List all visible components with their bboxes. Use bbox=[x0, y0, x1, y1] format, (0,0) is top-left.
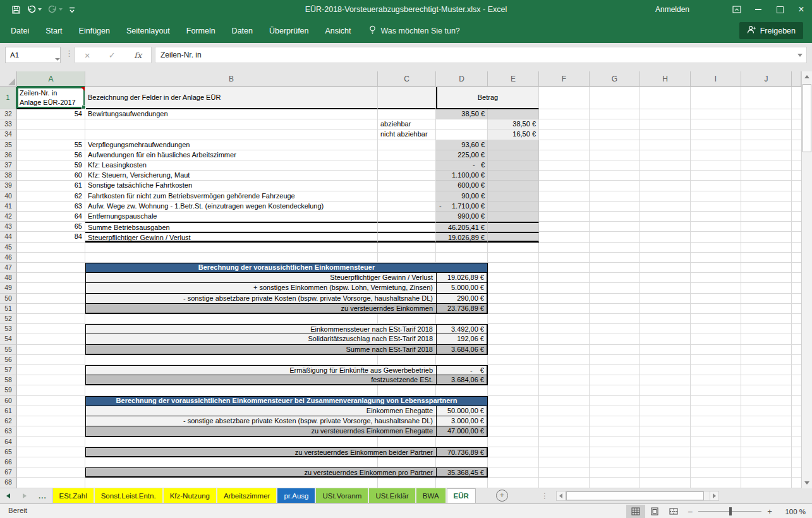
cell[interactable] bbox=[741, 202, 792, 212]
cell-c[interactable]: abziehbar bbox=[378, 119, 436, 130]
cell-d[interactable]: - € bbox=[436, 160, 488, 171]
cell-b[interactable]: Bewirtungsaufwendungen bbox=[85, 109, 378, 119]
calc-label[interactable]: festzusetzende ESt. bbox=[85, 375, 436, 385]
row-header[interactable]: 67 bbox=[0, 467, 17, 478]
sign-in-link[interactable]: Anmelden bbox=[655, 5, 689, 14]
cell[interactable] bbox=[691, 243, 741, 253]
cell[interactable] bbox=[539, 150, 590, 160]
cell-d[interactable] bbox=[436, 130, 488, 140]
fill-handle[interactable] bbox=[82, 105, 86, 109]
cell-c[interactable] bbox=[378, 232, 436, 242]
column-header-h[interactable]: H bbox=[640, 71, 691, 87]
cell-c[interactable] bbox=[378, 212, 436, 222]
cell-e[interactable] bbox=[488, 467, 539, 478]
cell[interactable] bbox=[539, 457, 590, 467]
zoom-level-label[interactable]: 100 % bbox=[777, 508, 806, 515]
cell[interactable] bbox=[539, 478, 590, 488]
cell-c[interactable] bbox=[378, 355, 436, 365]
calc-label[interactable]: - sonstige absetzbare private Kosten (bs… bbox=[85, 416, 436, 426]
cell-c[interactable] bbox=[378, 140, 436, 150]
column-header-a[interactable]: A bbox=[17, 71, 85, 87]
name-box-caret[interactable] bbox=[55, 58, 60, 61]
cell[interactable] bbox=[640, 212, 691, 222]
cell[interactable] bbox=[590, 385, 640, 395]
calc-label[interactable]: zu versteuerndes Einkommen beider Partne… bbox=[85, 447, 436, 457]
cell[interactable] bbox=[539, 222, 590, 232]
cell[interactable] bbox=[539, 181, 590, 191]
ribbon-tab-formeln[interactable]: Formeln bbox=[178, 19, 224, 43]
cell[interactable] bbox=[691, 283, 741, 293]
cell[interactable] bbox=[539, 160, 590, 171]
cell-a[interactable] bbox=[17, 314, 85, 324]
row-header[interactable]: 65 bbox=[0, 447, 17, 457]
cell-c[interactable] bbox=[378, 150, 436, 160]
cell[interactable] bbox=[590, 457, 640, 467]
cell[interactable] bbox=[640, 119, 691, 130]
cell[interactable] bbox=[741, 457, 792, 467]
cell-a[interactable] bbox=[17, 416, 85, 426]
cell[interactable] bbox=[691, 437, 741, 447]
calc-value[interactable]: 35.368,45 € bbox=[436, 467, 488, 478]
calc-label[interactable]: zu versteuerndes Einkommen Ehegatte bbox=[85, 426, 436, 437]
cell[interactable] bbox=[590, 87, 640, 109]
cell[interactable] bbox=[741, 150, 792, 160]
zoom-out-button[interactable]: − bbox=[683, 507, 697, 517]
page-break-preview-icon[interactable] bbox=[664, 505, 683, 518]
sheet-tab-est-zahl[interactable]: ESt.Zahl bbox=[53, 488, 94, 503]
sheet-tab-ust-erkl-r[interactable]: USt.Erklär bbox=[369, 488, 415, 503]
row-header[interactable]: 58 bbox=[0, 375, 17, 385]
cell[interactable] bbox=[539, 375, 590, 385]
cell[interactable] bbox=[590, 253, 640, 263]
row-header[interactable]: 48 bbox=[0, 273, 17, 283]
cell[interactable] bbox=[691, 273, 741, 283]
cell[interactable] bbox=[741, 222, 792, 232]
cell[interactable] bbox=[640, 181, 691, 191]
cell-e[interactable] bbox=[488, 324, 539, 334]
cell[interactable] bbox=[640, 243, 691, 253]
row-header[interactable]: 44 bbox=[0, 232, 17, 242]
cell[interactable] bbox=[741, 130, 792, 140]
cell-e[interactable] bbox=[488, 426, 539, 437]
cell-b[interactable] bbox=[85, 385, 378, 395]
cell-e[interactable] bbox=[488, 212, 539, 222]
cell-a[interactable] bbox=[17, 130, 85, 140]
cell-a[interactable] bbox=[17, 365, 85, 375]
close-button[interactable]: × bbox=[791, 0, 812, 19]
cell-d[interactable]: 225,00 € bbox=[436, 150, 488, 160]
cell[interactable] bbox=[640, 437, 691, 447]
cell[interactable] bbox=[741, 365, 792, 375]
calc-label[interactable]: Einkommen Ehegatte bbox=[85, 406, 436, 416]
cell-e[interactable] bbox=[488, 181, 539, 191]
cell[interactable] bbox=[640, 467, 691, 478]
cell-e[interactable] bbox=[488, 365, 539, 375]
cell-e[interactable] bbox=[488, 243, 539, 253]
cell[interactable] bbox=[590, 416, 640, 426]
cell-e[interactable] bbox=[488, 314, 539, 324]
cell-e[interactable] bbox=[488, 273, 539, 283]
scroll-up-arrow[interactable] bbox=[802, 71, 812, 82]
cell[interactable] bbox=[741, 263, 792, 273]
zoom-slider-thumb[interactable] bbox=[729, 507, 732, 515]
cell-b[interactable]: Steuerpflichtiger Gewinn / Verlust bbox=[85, 232, 378, 242]
cell[interactable] bbox=[691, 130, 741, 140]
cell-e[interactable] bbox=[488, 478, 539, 488]
cell-d[interactable]: 93,60 € bbox=[436, 140, 488, 150]
row-header[interactable]: 35 bbox=[0, 140, 17, 150]
calc-value[interactable]: - € bbox=[436, 365, 488, 375]
cell[interactable] bbox=[640, 273, 691, 283]
ribbon-tab-einfügen[interactable]: Einfügen bbox=[71, 19, 118, 43]
cell[interactable] bbox=[691, 457, 741, 467]
cell[interactable] bbox=[640, 109, 691, 119]
row-header[interactable]: 38 bbox=[0, 171, 17, 181]
calc-label[interactable]: Summe nach ESt-Tarif 2018 bbox=[85, 345, 436, 355]
cell-a[interactable]: 63 bbox=[17, 202, 85, 212]
cell[interactable] bbox=[741, 243, 792, 253]
cell-a[interactable] bbox=[17, 119, 85, 130]
cell[interactable] bbox=[539, 345, 590, 355]
row-header[interactable]: 60 bbox=[0, 396, 17, 406]
cell[interactable] bbox=[691, 140, 741, 150]
cell-c[interactable] bbox=[378, 109, 436, 119]
row-header[interactable]: 1 bbox=[0, 87, 17, 109]
cell[interactable] bbox=[539, 355, 590, 365]
cell-a[interactable] bbox=[17, 437, 85, 447]
